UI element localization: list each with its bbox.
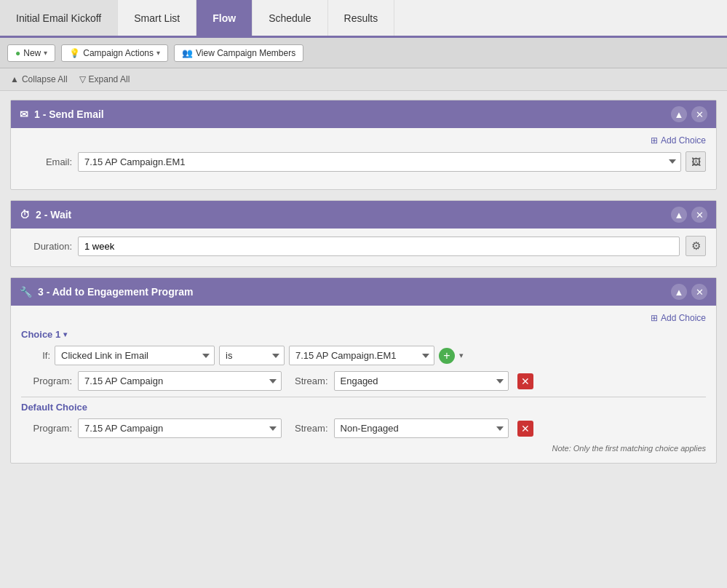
wait-icon: ⏱ bbox=[20, 209, 30, 220]
tab-initial-email-kickoff[interactable]: Initial Email Kickoff bbox=[0, 0, 118, 36]
choice-1-header[interactable]: Choice 1 ▾ bbox=[21, 329, 706, 340]
toolbar: ● New ▾ 💡 Campaign Actions ▾ 👥 View Camp… bbox=[0, 38, 727, 68]
step-1-actions: ▲ ✕ bbox=[671, 106, 707, 122]
step-2-up-button[interactable]: ▲ bbox=[671, 207, 687, 223]
duration-gear-button[interactable]: ⚙ bbox=[686, 236, 706, 256]
choice-1-remove-button[interactable]: ✕ bbox=[517, 373, 533, 389]
condition-arrow: ▾ bbox=[459, 351, 464, 360]
view-campaign-members-button[interactable]: 👥 View Campaign Members bbox=[174, 44, 303, 62]
step-2-header: ⏱ 2 - Wait ▲ ✕ bbox=[11, 201, 716, 229]
campaign-actions-icon: 💡 bbox=[69, 48, 80, 58]
step-1-up-button[interactable]: ▲ bbox=[671, 106, 687, 122]
condition-select[interactable]: Clicked Link in Email bbox=[55, 346, 215, 365]
engagement-icon: 🔧 bbox=[20, 286, 32, 298]
tab-results[interactable]: Results bbox=[328, 0, 395, 36]
default-program-select[interactable]: 7.15 AP Campaign bbox=[78, 418, 282, 438]
tab-schedule[interactable]: Schedule bbox=[253, 0, 327, 36]
add-choice-icon: ⊞ bbox=[651, 135, 658, 146]
choice-1-program-row: Program: 7.15 AP Campaign Stream: Engage… bbox=[21, 371, 706, 391]
collapse-expand-row: ▲ Collapse All ▽ Expand All bbox=[0, 68, 727, 91]
email-select-wrap: 7.15 AP Campaign.EM1 bbox=[78, 152, 681, 172]
tab-smart-list[interactable]: Smart List bbox=[118, 0, 196, 36]
choice-1-stream-select[interactable]: Engaged bbox=[334, 371, 509, 391]
default-choice-header: Default Choice bbox=[21, 402, 706, 413]
step-2-body: Duration: ⚙ bbox=[11, 229, 716, 266]
default-stream-select[interactable]: Non-Engaged bbox=[334, 418, 509, 438]
step-3-up-button[interactable]: ▲ bbox=[671, 284, 687, 300]
step-1-add-choice-row: ⊞ Add Choice bbox=[21, 135, 706, 146]
step-3-body: ⊞ Add Choice Choice 1 ▾ If: Clicked Link… bbox=[11, 306, 716, 463]
step-3-add-choice-link[interactable]: ⊞ Add Choice bbox=[651, 313, 706, 323]
default-choice-program-row: Program: 7.15 AP Campaign Stream: Non-En… bbox=[21, 418, 706, 438]
step-1-add-choice-link[interactable]: ⊞ Add Choice bbox=[651, 135, 706, 146]
new-button[interactable]: ● New ▾ bbox=[7, 44, 55, 62]
step-3-actions: ▲ ✕ bbox=[671, 284, 707, 300]
choice-1-program-select[interactable]: 7.15 AP Campaign bbox=[78, 371, 282, 391]
step-3-add-choice-row: ⊞ Add Choice bbox=[21, 313, 706, 323]
expand-all-button[interactable]: ▽ Expand All bbox=[79, 74, 130, 84]
divider-1 bbox=[21, 397, 706, 397]
email-image-button[interactable]: 🖼 bbox=[686, 151, 706, 172]
step-3-title: 🔧 3 - Add to Engagement Program bbox=[20, 286, 193, 298]
campaign-actions-button[interactable]: 💡 Campaign Actions ▾ bbox=[61, 44, 168, 62]
choice-1-if-row: If: Clicked Link in Email is 7.15 AP Cam… bbox=[21, 346, 706, 365]
send-email-icon: ✉ bbox=[20, 108, 28, 120]
step-1-close-button[interactable]: ✕ bbox=[691, 106, 707, 122]
step-2-wait-card: ⏱ 2 - Wait ▲ ✕ Duration: ⚙ bbox=[10, 200, 717, 267]
tab-flow[interactable]: Flow bbox=[196, 0, 253, 36]
flow-content: ✉ 1 - Send Email ▲ ✕ ⊞ Add Choice Email: bbox=[0, 91, 727, 564]
step-2-close-button[interactable]: ✕ bbox=[691, 207, 707, 223]
default-remove-button[interactable]: ✕ bbox=[517, 421, 533, 437]
step-2-actions: ▲ ✕ bbox=[671, 207, 707, 223]
step-1-email-row: Email: 7.15 AP Campaign.EM1 🖼 bbox=[21, 151, 706, 172]
view-members-icon: 👥 bbox=[182, 48, 193, 58]
operator-select[interactable]: is bbox=[219, 346, 285, 365]
duration-label: Duration: bbox=[21, 241, 72, 252]
step-3-header: 🔧 3 - Add to Engagement Program ▲ ✕ bbox=[11, 278, 716, 306]
duration-input[interactable] bbox=[78, 237, 680, 256]
step-3-close-button[interactable]: ✕ bbox=[691, 284, 707, 300]
step-1-header: ✉ 1 - Send Email ▲ ✕ bbox=[11, 100, 716, 128]
collapse-all-button[interactable]: ▲ Collapse All bbox=[10, 74, 68, 84]
add-choice-2-icon: ⊞ bbox=[651, 313, 658, 323]
if-label: If: bbox=[21, 350, 50, 361]
value-select[interactable]: 7.15 AP Campaign.EM1 bbox=[289, 346, 434, 365]
step-1-body: ⊞ Add Choice Email: 7.15 AP Campaign.EM1… bbox=[11, 128, 716, 189]
step-1-title: ✉ 1 - Send Email bbox=[20, 108, 104, 120]
new-icon: ● bbox=[15, 48, 20, 58]
note-row: Note: Only the first matching choice app… bbox=[21, 444, 706, 453]
new-arrow: ▾ bbox=[44, 49, 47, 57]
tab-bar: Initial Email Kickoff Smart List Flow Sc… bbox=[0, 0, 727, 38]
expand-icon: ▽ bbox=[79, 74, 86, 84]
campaign-actions-arrow: ▾ bbox=[156, 49, 160, 57]
collapse-icon: ▲ bbox=[10, 74, 19, 84]
step-3-engagement-card: 🔧 3 - Add to Engagement Program ▲ ✕ ⊞ Ad… bbox=[10, 277, 717, 464]
step-1-send-email-card: ✉ 1 - Send Email ▲ ✕ ⊞ Add Choice Email: bbox=[10, 100, 717, 190]
email-select[interactable]: 7.15 AP Campaign.EM1 bbox=[78, 152, 681, 172]
step-2-title: ⏱ 2 - Wait bbox=[20, 209, 71, 220]
email-label: Email: bbox=[21, 156, 72, 167]
choice-1-arrow: ▾ bbox=[63, 330, 67, 338]
add-condition-button[interactable]: + bbox=[439, 348, 455, 364]
duration-row: Duration: ⚙ bbox=[21, 236, 706, 256]
